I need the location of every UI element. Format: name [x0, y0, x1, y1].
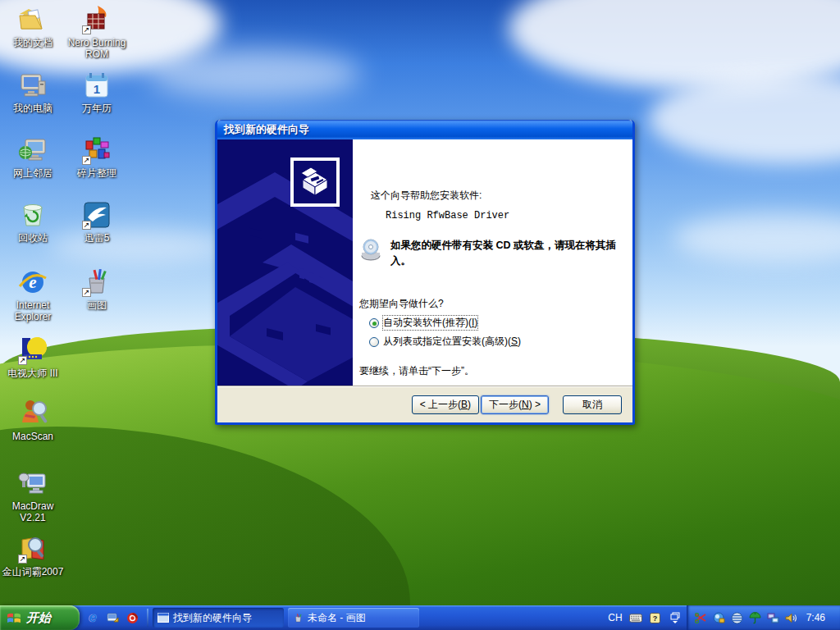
radio-selected-icon	[369, 318, 379, 328]
dialog-titlebar[interactable]: 找到新的硬件向导	[217, 120, 632, 139]
quick-launch-bar: e	[80, 605, 145, 630]
ie-quicklaunch-icon[interactable]: e	[86, 611, 99, 624]
language-indicator[interactable]: CH	[608, 612, 622, 623]
paint-icon: ↗	[81, 267, 112, 298]
help-icon[interactable]: ?	[649, 611, 662, 624]
continue-hint-text: 要继续，请单击“下一步”。	[359, 364, 474, 378]
opera-browser-icon[interactable]	[126, 611, 139, 624]
desktop-icon-macscan[interactable]: MacScan	[0, 398, 66, 443]
shortcut-arrow-icon: ↗	[82, 156, 91, 165]
back-button[interactable]: < 上一步(B)	[412, 395, 479, 414]
radio-install-automatically[interactable]: 自动安装软件(推荐)(I)	[369, 316, 477, 330]
taskbar-separator	[147, 609, 148, 627]
desktop-icon-label: 万年历	[82, 103, 112, 115]
show-desktop-icon[interactable]	[106, 611, 119, 624]
thunder5-icon: ↗	[81, 199, 112, 231]
shortcut-arrow-icon: ↗	[18, 555, 27, 564]
volume-tray-icon[interactable]	[785, 611, 798, 624]
wizard-button-bar: < 上一步(B) 下一步(N) > 取消	[217, 386, 632, 422]
svg-text:?: ?	[653, 614, 658, 623]
shortcut-arrow-icon: ↗	[82, 25, 91, 34]
nero-burning-rom-icon: ↗	[81, 4, 112, 35]
wizard-content-panel: 这个向导帮助您安装软件: Rising RfwBase Driver 如果您的硬…	[353, 139, 632, 386]
desktop-icon-label: 电视大师 III	[7, 368, 57, 380]
desktop-icon-label: 回收站	[18, 233, 48, 244]
macdraw-icon	[17, 468, 48, 499]
desktop-icon-macdraw[interactable]: MacDraw V2.21	[0, 468, 66, 524]
task-label: 找到新的硬件向导	[173, 611, 252, 625]
globe-tray-icon[interactable]	[731, 611, 744, 624]
my-documents-icon	[17, 4, 48, 35]
cancel-button[interactable]: 取消	[563, 395, 622, 414]
task-label: 未命名 - 画图	[308, 611, 366, 625]
desktop-icon-label: 金山词霸2007	[2, 567, 64, 578]
macscan-icon	[17, 398, 48, 429]
desktop-icon-defrag[interactable]: ↗ 碎片整理	[64, 135, 130, 180]
desktop-icon-label: Nero Burning ROM	[64, 38, 130, 61]
language-bar-restore-icon[interactable]	[669, 611, 682, 624]
desktop-icon-paint[interactable]: ↗ 画图	[64, 267, 130, 312]
hardware-wizard-icon	[290, 158, 340, 207]
cloud	[148, 49, 361, 98]
cloud	[673, 213, 840, 262]
calendar-icon: 1	[81, 70, 112, 101]
cd-disk-icon	[359, 238, 384, 262]
network-places-icon	[17, 135, 48, 166]
tv-master-icon: ↗	[17, 335, 48, 366]
desktop-icon-my-computer[interactable]: 我的电脑	[0, 70, 66, 115]
desktop-icon-label: 画图	[87, 300, 107, 312]
keyboard-icon[interactable]	[629, 611, 642, 624]
kingsoft-powerword-icon: ↗	[17, 533, 48, 564]
desktop-icon-label: 我的文档	[13, 38, 52, 49]
wizard-watermark-panel	[217, 139, 353, 386]
desktop-icon-internet-explorer[interactable]: e Internet Explorer	[0, 267, 66, 323]
taskbar-clock[interactable]: 7:46	[803, 612, 833, 623]
desktop-icon-network-places[interactable]: 网上邻居	[0, 135, 66, 180]
svg-text:1: 1	[94, 82, 100, 96]
language-bar: CH ?	[603, 605, 686, 630]
internet-explorer-icon: e	[17, 267, 48, 298]
next-button[interactable]: 下一步(N) >	[481, 395, 549, 414]
my-computer-icon	[17, 70, 48, 101]
desktop-icon-kingsoft-powerword[interactable]: ↗ 金山词霸2007	[0, 533, 66, 578]
radio-label: 从列表或指定位置安装(高级)(S)	[383, 335, 521, 349]
network-tray-icon[interactable]	[767, 611, 780, 624]
desktop-icon-label: Internet Explorer	[0, 300, 66, 323]
radio-unselected-icon	[369, 337, 379, 347]
desktop-icon-my-documents[interactable]: 我的文档	[0, 4, 66, 49]
radio-install-from-list[interactable]: 从列表或指定位置安装(高级)(S)	[369, 335, 521, 349]
taskbar-task-paint[interactable]: 未命名 - 画图	[288, 608, 419, 628]
desktop-icon-tv-master[interactable]: ↗ 电视大师 III	[0, 335, 66, 380]
shortcut-arrow-icon: ↗	[82, 221, 91, 230]
recycle-bin-icon	[17, 199, 48, 231]
driver-name-text: Rising RfwBase Driver	[386, 210, 509, 221]
search-lock-tray-icon[interactable]	[713, 611, 726, 624]
paint-icon	[293, 613, 304, 623]
input-cut-tray-icon[interactable]	[695, 611, 708, 624]
cd-notice-text: 如果您的硬件带有安装 CD 或软盘，请现在将其插入。	[390, 238, 622, 270]
desktop-icon-label: MacScan	[12, 431, 53, 443]
rising-umbrella-tray-icon[interactable]	[749, 611, 762, 624]
wizard-question-text: 您期望向导做什么?	[359, 297, 444, 311]
wizard-intro-text: 这个向导帮助您安装软件:	[371, 189, 482, 203]
desktop-icon-label: MacDraw V2.21	[0, 501, 66, 524]
desktop-icon-label: 我的电脑	[13, 103, 52, 115]
start-button[interactable]: 开始	[0, 605, 80, 630]
windows-logo-icon	[7, 610, 21, 625]
taskbar-task-hardware-wizard[interactable]: 找到新的硬件向导	[153, 608, 284, 628]
desktop-icon-label: 网上邻居	[13, 168, 52, 180]
defrag-icon: ↗	[81, 135, 112, 166]
start-button-label: 开始	[26, 610, 51, 626]
shortcut-arrow-icon: ↗	[18, 356, 27, 365]
desktop-icon-thunder5[interactable]: ↗ 迅雷5	[64, 199, 130, 244]
desktop-icon-calendar[interactable]: 1 万年历	[64, 70, 130, 115]
window-icon	[158, 613, 169, 623]
radio-label: 自动安装软件(推荐)(I)	[383, 316, 477, 330]
taskbar: 开始 e 找到新的硬件向导 未命名 - 画图 CH ?	[0, 605, 840, 630]
desktop-icon-label: 迅雷5	[84, 233, 110, 244]
dialog-title: 找到新的硬件向导	[224, 122, 309, 137]
found-new-hardware-wizard-dialog: 找到新的硬件向导	[215, 120, 635, 425]
desktop-icon-recycle-bin[interactable]: 回收站	[0, 199, 66, 244]
desktop-icon-nero[interactable]: ↗ Nero Burning ROM	[64, 4, 130, 61]
system-tray: 7:46	[687, 605, 840, 630]
